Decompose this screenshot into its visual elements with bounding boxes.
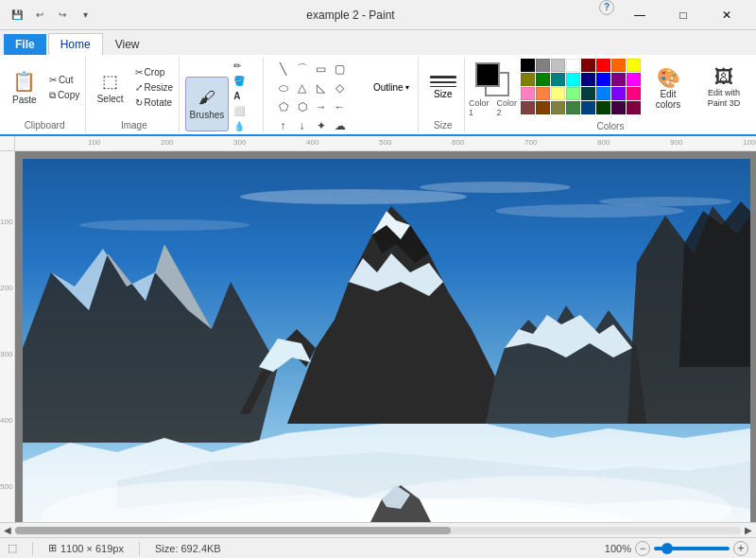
status-bar: ⬚ ⊞ 1100 × 619px Size: 692.4KB 100% − +	[0, 537, 756, 558]
brushes-btn[interactable]: 🖌 Brushes	[185, 77, 230, 131]
color-swatch[interactable]	[581, 59, 595, 72]
color-swatch[interactable]	[596, 59, 610, 72]
save-quick-btn[interactable]: 💾	[8, 6, 26, 25]
color-swatch[interactable]	[611, 101, 626, 114]
color-swatch[interactable]	[581, 87, 595, 100]
color-swatch[interactable]	[536, 101, 550, 114]
shape-ellipse[interactable]: ⬭	[275, 79, 292, 96]
color-swatch[interactable]	[551, 101, 565, 114]
size-btn[interactable]: Size	[426, 72, 460, 103]
color-swatch[interactable]	[627, 73, 641, 86]
brushes-label: Brushes	[190, 110, 225, 120]
fill-btn[interactable]: 🪣	[230, 74, 249, 88]
color-swatch[interactable]	[536, 73, 550, 86]
color-swatch[interactable]	[521, 73, 535, 86]
shape-round-rect[interactable]: ▢	[332, 61, 349, 78]
pencil-btn[interactable]: ✏	[230, 59, 249, 73]
eraser-btn[interactable]: ⬜	[230, 104, 249, 118]
color-swatch[interactable]	[521, 101, 535, 114]
swatches-row-1	[521, 59, 641, 72]
shape-cloud[interactable]: ☁	[332, 117, 349, 134]
zoom-out-btn[interactable]: −	[635, 541, 650, 556]
shape-line[interactable]: ╲	[275, 61, 292, 78]
shape-right-tri[interactable]: ◺	[313, 79, 330, 96]
tab-home[interactable]: Home	[48, 33, 103, 55]
title-bar: 💾 ↩ ↪ ▾ example 2 - Paint ? — □ ✕	[0, 0, 756, 30]
color-swatch[interactable]	[551, 59, 565, 72]
shape-triangle[interactable]: △	[294, 79, 311, 96]
color-swatch[interactable]	[627, 101, 641, 114]
color-swatch[interactable]	[611, 73, 626, 86]
tab-view[interactable]: View	[103, 33, 152, 55]
text-btn[interactable]: A	[230, 89, 249, 103]
color-swatch[interactable]	[581, 73, 595, 86]
shape-pent[interactable]: ⬠	[275, 98, 292, 115]
color-swatch[interactable]	[611, 59, 626, 72]
tools-group: 🖌 Brushes ✏ 🪣 A ⬜ 💧	[183, 57, 264, 132]
undo-quick-btn[interactable]: ↩	[30, 6, 49, 25]
color-swatch[interactable]	[536, 59, 550, 72]
canvas-scroll[interactable]	[15, 151, 756, 522]
maximize-btn[interactable]: □	[662, 0, 705, 30]
paste-btn[interactable]: 📋 Paste	[6, 61, 43, 115]
color-swatch[interactable]	[581, 101, 595, 114]
scroll-right-btn[interactable]: ▶	[745, 525, 752, 535]
shape-right-arrow[interactable]: →	[313, 98, 330, 115]
shape-down-arrow[interactable]: ↓	[294, 117, 311, 134]
edit-colors-btn[interactable]: 🎨 Edit colors	[644, 62, 692, 113]
shape-4arrow[interactable]: ✦	[313, 117, 330, 134]
edit-paint3d-btn-wrap: 🖼 Edit with Paint 3D	[696, 59, 752, 113]
zoom-slider[interactable]	[654, 547, 730, 550]
color-swatch[interactable]	[627, 87, 641, 100]
shape-rect[interactable]: ▭	[313, 61, 330, 78]
ruler-tick-v: 300	[0, 350, 12, 358]
mountain-canvas[interactable]	[23, 159, 750, 522]
scroll-left-btn[interactable]: ◀	[4, 525, 11, 535]
color-swatch[interactable]	[611, 87, 626, 100]
copy-label: Copy	[58, 90, 79, 100]
tab-file[interactable]: File	[4, 34, 46, 55]
close-btn[interactable]: ✕	[705, 0, 748, 30]
shape-diamond[interactable]: ◇	[332, 79, 349, 96]
swatches-container	[521, 59, 641, 114]
size-content: Size	[426, 59, 460, 116]
resize-btn[interactable]: ⤢ Resize	[131, 80, 178, 95]
horizontal-scrollbar[interactable]: ◀ ▶	[0, 522, 756, 537]
colorpick-btn[interactable]: 💧	[230, 119, 249, 133]
color-swatch[interactable]	[596, 73, 610, 86]
scroll-track-h[interactable]	[15, 527, 741, 534]
color-swatch[interactable]	[566, 59, 580, 72]
color-swatch[interactable]	[551, 73, 565, 86]
zoom-in-btn[interactable]: +	[733, 541, 748, 556]
shape-hex[interactable]: ⬡	[294, 98, 311, 115]
outline-dropdown[interactable]: Outline ▾	[370, 81, 412, 94]
crop-btn[interactable]: ✂ Crop	[131, 65, 178, 79]
shape-curve[interactable]: ⌒	[294, 61, 311, 78]
color-swatch[interactable]	[596, 101, 610, 114]
shape-up-arrow[interactable]: ↑	[275, 117, 292, 134]
color-swatch[interactable]	[521, 59, 535, 72]
color-swatch[interactable]	[551, 87, 565, 100]
qa-dropdown-btn[interactable]: ▾	[76, 6, 94, 25]
select-btn[interactable]: ⬚ Select	[92, 61, 129, 115]
shape-left-arrow[interactable]: ←	[332, 98, 349, 115]
copy-btn[interactable]: ⧉ Copy	[45, 88, 83, 103]
edit-paint3d-btn[interactable]: 🖼 Edit with Paint 3D	[696, 62, 752, 113]
scroll-thumb-h[interactable]	[15, 527, 451, 534]
help-btn[interactable]: ?	[599, 0, 614, 15]
ruler-tick-v: 200	[0, 284, 12, 292]
color-swatch[interactable]	[627, 59, 641, 72]
select-icon: ⬚	[102, 71, 118, 92]
color1-box-fg	[475, 62, 500, 87]
color-swatch[interactable]	[596, 87, 610, 100]
color-swatch[interactable]	[566, 101, 580, 114]
color-swatch[interactable]	[536, 87, 550, 100]
color-swatch[interactable]	[521, 87, 535, 100]
redo-quick-btn[interactable]: ↪	[53, 6, 72, 25]
rotate-btn[interactable]: ↻ Rotate	[131, 96, 178, 110]
minimize-btn[interactable]: —	[618, 0, 662, 30]
image-group: ⬚ Select ✂ Crop ⤢ Resize ↻ Rotate Image	[90, 57, 180, 132]
cut-btn[interactable]: ✂ Cut	[45, 73, 83, 87]
color-swatch[interactable]	[566, 87, 580, 100]
color-swatch[interactable]	[566, 73, 580, 86]
